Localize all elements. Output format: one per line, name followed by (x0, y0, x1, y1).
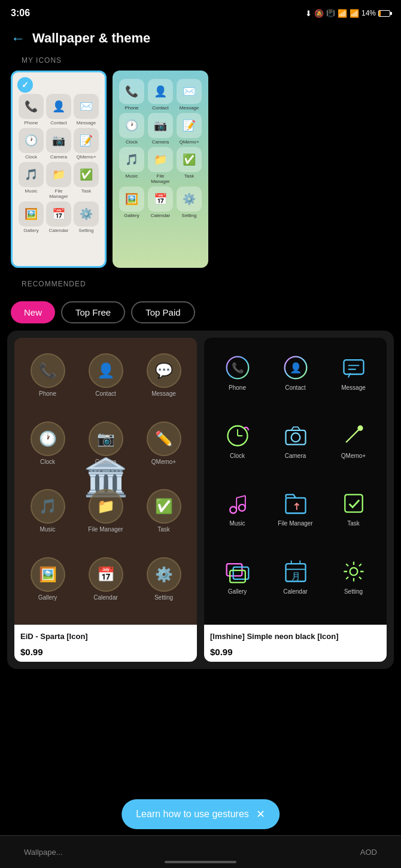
recommended-section: RECOMMENDED New Top Free Top Paid (0, 280, 401, 323)
toast-close-button[interactable]: ✕ (256, 808, 265, 821)
music-icon: 🎵 (31, 489, 65, 524)
camera-icon: 📷 (89, 421, 123, 456)
list-item: 🖼️ Gallery (19, 201, 44, 233)
list-item: File Manager (267, 485, 324, 552)
camera-icon (281, 421, 310, 450)
filter-pills: New Top Free Top Paid (11, 301, 390, 323)
clock-icon: 🕐 (19, 128, 44, 153)
recommended-label: RECOMMENDED (11, 280, 390, 294)
phone-icon: 📞 (223, 353, 252, 382)
list-item: ⚙️ Setting (176, 187, 202, 218)
task-icon: ✅ (147, 489, 181, 524)
list-item: 📷 Camera (46, 128, 71, 160)
filemanager-icon: 📁 (89, 489, 123, 524)
svg-line-18 (236, 496, 245, 498)
camera-icon: 📷 (148, 113, 173, 138)
theme-cards-container: 📞 Phone 👤 Contact 💬 Message 🕐 Clock 📷 (7, 331, 394, 669)
neon-card-name: [lmshine] Simple neon black [Icon] (210, 632, 381, 642)
header: ← Wallpaper & theme (0, 24, 401, 56)
list-item: 🎵 Music (119, 147, 145, 184)
gallery-icon: 🖼️ (119, 187, 144, 212)
clock-icon (223, 421, 252, 450)
list-item: Task (325, 485, 382, 552)
music-icon: 🎵 (19, 162, 44, 187)
list-item: Music (209, 485, 266, 552)
gallery-icon: 🖼️ (31, 557, 65, 592)
settings-icon (339, 557, 368, 586)
status-time: 3:06 (11, 8, 30, 19)
list-item: 📞 Phone (19, 94, 44, 126)
list-item: Setting (325, 554, 382, 621)
sparta-card-price: $0.99 (20, 647, 191, 657)
svg-text:📞: 📞 (231, 362, 244, 374)
contact-icon: 👤 (148, 79, 173, 104)
list-item: 👤 Contact (267, 350, 324, 417)
back-button[interactable]: ← (11, 30, 25, 47)
contact-icon: 👤 (89, 353, 123, 388)
list-item: Camera (267, 418, 324, 485)
page-title: Wallpaper & theme (32, 30, 150, 46)
gesture-toast-message: Learn how to use gestures (136, 809, 249, 820)
qmemo-icon: 📝 (177, 113, 202, 138)
list-item: 📞 Phone (119, 79, 145, 111)
vibrate-icon: 📳 (326, 9, 335, 17)
battery-icon (378, 10, 390, 17)
tab-wallpaper[interactable]: Wallpape... (24, 848, 63, 857)
list-item: 👤 Contact (147, 79, 174, 111)
filter-new[interactable]: New (11, 301, 55, 323)
message-icon: ✉️ (177, 79, 202, 104)
calendar-icon: 月 (281, 557, 310, 586)
list-item: 📷 Camera (147, 113, 174, 145)
settings-icon: ⚙️ (147, 557, 181, 592)
list-item: ⚙️ Setting (74, 201, 99, 233)
sparta-icons-grid: 📞 Phone 👤 Contact 💬 Message 🕐 Clock 📷 (14, 338, 197, 625)
list-item: Clock (209, 418, 266, 485)
task-icon: ✅ (74, 162, 99, 187)
colorful-icons-grid: 📞 Phone 👤 Contact ✉️ Message 🕐 Clock 📷 (113, 71, 208, 224)
battery-percent: 14% (361, 9, 376, 17)
list-item: 月 Calendar (267, 554, 324, 621)
list-item: 📅 Calendar (46, 201, 71, 233)
list-item: 📞 Phone (19, 350, 76, 417)
filter-top-free[interactable]: Top Free (61, 301, 125, 323)
svg-point-13 (357, 425, 363, 430)
sparta-card-info: EiD - Sparta [Icon] $0.99 (14, 625, 197, 662)
phone-icon: 📞 (19, 94, 44, 119)
svg-point-14 (230, 507, 236, 514)
message-icon: ✉️ (74, 94, 99, 119)
task-icon (339, 489, 368, 518)
default-icons-grid: 📞 Phone 👤 Contact ✉️ Message 🕐 Clock 📷 (13, 72, 105, 239)
filter-top-paid[interactable]: Top Paid (131, 301, 195, 323)
notification-off-icon: 🔕 (314, 9, 324, 18)
list-item: Gallery (209, 554, 266, 621)
qmemo-icon: 📝 (74, 128, 99, 153)
calendar-icon: 📅 (148, 187, 173, 212)
svg-rect-4 (344, 360, 363, 374)
tab-aod[interactable]: AOD (360, 848, 377, 857)
phone-icon: 📞 (31, 353, 65, 388)
list-item: 🎵 Music (19, 485, 76, 552)
list-item: 💬 Message (135, 350, 192, 417)
svg-point-30 (350, 567, 357, 575)
my-icons-label: MY ICONS (11, 56, 390, 71)
list-item: QMemo+ (325, 418, 382, 485)
filemanager-icon (281, 489, 310, 518)
list-item: ✅ Task (74, 162, 99, 199)
clock-icon: 🕐 (31, 421, 65, 456)
list-item: 📷 Camera (77, 418, 134, 485)
icon-pack-colorful[interactable]: 📞 Phone 👤 Contact ✉️ Message 🕐 Clock 📷 (113, 71, 208, 268)
theme-card-sparta[interactable]: 📞 Phone 👤 Contact 💬 Message 🕐 Clock 📷 (14, 338, 197, 662)
icon-pack-default[interactable]: ✓ 📞 Phone 👤 Contact ✉️ Message 🕐 Clock (11, 71, 107, 268)
music-icon: 🎵 (119, 147, 144, 172)
icon-packs-row: ✓ 📞 Phone 👤 Contact ✉️ Message 🕐 Clock (11, 71, 390, 268)
list-item: ✅ Task (135, 485, 192, 552)
list-item: 👤 Contact (77, 350, 134, 417)
sparta-preview: 📞 Phone 👤 Contact 💬 Message 🕐 Clock 📷 (14, 338, 197, 625)
list-item: 📞 Phone (209, 350, 266, 417)
theme-card-neon[interactable]: 📞 Phone (204, 338, 387, 662)
list-item: ✉️ Message (74, 94, 99, 126)
list-item: 🕐 Clock (19, 128, 44, 160)
list-item: 👤 Contact (46, 94, 71, 126)
message-icon (339, 353, 368, 382)
list-item: 🕐 Clock (119, 113, 145, 145)
